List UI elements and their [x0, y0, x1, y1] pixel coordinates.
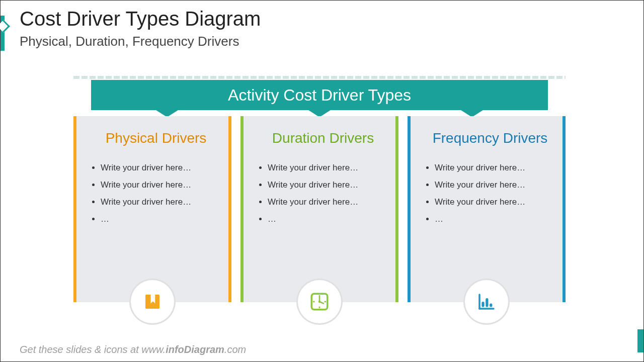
svg-rect-13: [490, 304, 492, 307]
divider: [73, 76, 566, 79]
footer-suffix: .com: [224, 344, 246, 355]
column-accent-left: [73, 116, 76, 302]
clock-icon: [309, 291, 330, 312]
column-duration: Duration Drivers Write your driver here……: [240, 116, 398, 302]
corner-accent: [637, 329, 643, 352]
column-accent-right: [562, 116, 566, 302]
bullet-list: Write your driver here… Write your drive…: [90, 159, 222, 228]
column-icon-circle: [131, 280, 174, 323]
bullet-list: Write your driver here… Write your drive…: [257, 159, 389, 228]
column-accent-right: [395, 116, 398, 302]
list-item: Write your driver here…: [435, 194, 556, 211]
list-item: Write your driver here…: [268, 176, 389, 194]
column-accent-left: [408, 116, 411, 302]
column-icon-circle: [298, 280, 341, 323]
list-item: Write your driver here…: [268, 159, 389, 176]
column-accent-left: [240, 116, 244, 302]
list-item: …: [268, 211, 389, 228]
page-title: Cost Driver Types Diagram: [20, 8, 261, 30]
bar-chart-icon: [476, 291, 497, 312]
banner-label: Activity Cost Driver Types: [91, 80, 548, 110]
column-frequency: Frequency Drivers Write your driver here…: [408, 116, 566, 302]
list-item: …: [435, 211, 556, 228]
slide: Cost Driver Types Diagram Physical, Dura…: [0, 0, 644, 362]
list-item: Write your driver here…: [101, 159, 222, 176]
svg-rect-11: [481, 302, 484, 307]
column-title: Frequency Drivers: [424, 130, 556, 146]
svg-line-4: [319, 302, 324, 304]
list-item: Write your driver here…: [435, 159, 556, 176]
page-subtitle: Physical, Duration, Frequency Drivers: [20, 34, 239, 49]
column-icon-circle: [465, 280, 508, 323]
columns: Physical Drivers Write your driver here……: [73, 116, 566, 302]
bullet-list: Write your driver here… Write your drive…: [424, 159, 556, 228]
list-item: …: [101, 211, 222, 228]
column-accent-right: [228, 116, 231, 302]
list-item: Write your driver here…: [101, 194, 222, 211]
footer-brand: infoDiagram: [166, 344, 224, 355]
list-item: Write your driver here…: [435, 176, 556, 194]
footer-prefix: Get these slides & icons at www.: [20, 344, 166, 355]
column-title: Duration Drivers: [257, 130, 389, 146]
bookmark-icon: [142, 291, 163, 312]
list-item: Write your driver here…: [268, 194, 389, 211]
column-physical: Physical Drivers Write your driver here……: [73, 116, 231, 302]
column-title: Physical Drivers: [90, 130, 222, 146]
banner: Activity Cost Driver Types: [91, 80, 548, 110]
footer-credit: Get these slides & icons at www.infoDiag…: [20, 344, 246, 355]
svg-rect-12: [486, 298, 488, 307]
list-item: Write your driver here…: [101, 176, 222, 194]
edge-chevron-icon: [0, 20, 10, 32]
